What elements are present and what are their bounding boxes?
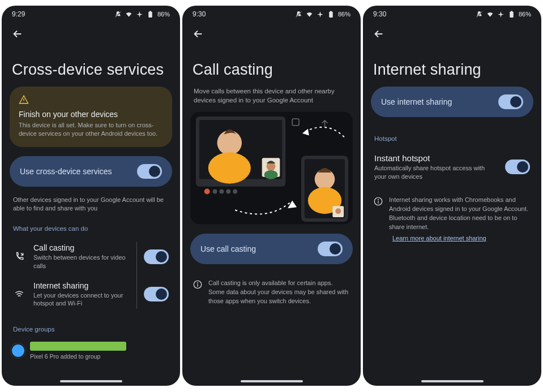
- clock: 9:30: [193, 10, 206, 18]
- back-button[interactable]: [10, 26, 25, 42]
- section-what-can-do: What your devices can do: [10, 214, 172, 236]
- svg-point-12: [208, 152, 251, 183]
- svg-point-19: [226, 189, 230, 194]
- main-toggle-label: Use internet sharing: [381, 97, 452, 106]
- screen-cross-device: 9:29 86% Cross-device services Finish on…: [2, 6, 180, 386]
- toggle-switch[interactable]: [137, 164, 162, 179]
- main-toggle-label: Use call casting: [200, 244, 256, 253]
- svg-point-17: [213, 189, 217, 194]
- back-button[interactable]: [190, 26, 206, 42]
- info-text: Call casting is only available for certa…: [208, 279, 350, 306]
- phone-cast-icon: [13, 252, 25, 262]
- page-title: Internet sharing: [363, 45, 541, 87]
- option-title: Call casting: [33, 243, 131, 252]
- option-instant-hotspot[interactable]: Instant hotspot Automatically share hots…: [371, 148, 533, 187]
- illustration-call-casting: [190, 111, 353, 225]
- home-indicator[interactable]: [421, 380, 484, 382]
- section-device-groups: Device groups: [10, 315, 172, 337]
- svg-rect-7: [330, 11, 332, 12]
- info-text: Internet sharing works with Chromebooks …: [389, 196, 531, 232]
- clock: 9:30: [373, 10, 386, 18]
- info-row: Call casting is only available for certa…: [190, 271, 353, 309]
- wifi-icon: [486, 11, 494, 18]
- info-row: Internet sharing works with Chromebooks …: [371, 188, 533, 246]
- svg-point-15: [264, 170, 278, 179]
- toggle-switch[interactable]: [498, 94, 523, 109]
- toggle-switch[interactable]: [505, 160, 530, 174]
- status-bar: 9:30 86%: [363, 6, 541, 23]
- option-title: Instant hotspot: [374, 153, 488, 163]
- group-status: Pixel 6 Pro added to group: [30, 353, 170, 360]
- wifi-icon: [125, 11, 132, 18]
- airplane-icon: [136, 11, 143, 18]
- option-internet-sharing[interactable]: Internet sharing Let your devices connec…: [10, 275, 172, 313]
- screen-call-casting: 9:30 86% Call casting Move calls between…: [182, 6, 361, 386]
- wifi-icon: [13, 289, 25, 299]
- subhead-text: Move calls between this device and other…: [190, 87, 353, 107]
- page-title: Call casting: [182, 45, 361, 87]
- svg-point-20: [233, 189, 237, 194]
- clock: 9:29: [12, 10, 25, 18]
- warning-card: Finish on your other devices This device…: [10, 87, 172, 147]
- svg-point-16: [204, 189, 210, 195]
- svg-rect-2: [148, 11, 152, 17]
- option-call-casting[interactable]: Call casting Switch between devices for …: [10, 238, 172, 275]
- main-toggle-row[interactable]: Use cross-device services: [10, 156, 172, 187]
- status-icons: 86%: [476, 11, 531, 18]
- home-indicator[interactable]: [60, 380, 122, 382]
- svg-point-39: [378, 199, 379, 200]
- mute-icon: [114, 11, 122, 18]
- toggle-switch[interactable]: [144, 249, 169, 264]
- wifi-icon: [306, 11, 313, 18]
- warning-heading: Finish on your other devices: [19, 110, 163, 119]
- warning-body: This device is all set. Make sure to tur…: [19, 121, 163, 138]
- main-toggle-row[interactable]: Use call casting: [190, 234, 353, 264]
- back-button[interactable]: [371, 26, 387, 42]
- svg-rect-6: [329, 11, 333, 17]
- helper-text: Other devices signed in to your Google A…: [10, 193, 172, 213]
- group-avatar: [12, 344, 24, 357]
- device-group-row[interactable]: Pixel 6 Pro added to group: [10, 338, 172, 363]
- info-icon: [373, 196, 383, 206]
- option-title: Internet sharing: [33, 281, 131, 290]
- status-bar: 9:29 86%: [2, 6, 180, 23]
- mute-icon: [295, 11, 302, 18]
- main-toggle-label: Use cross-device services: [20, 167, 112, 176]
- mute-icon: [476, 11, 483, 18]
- svg-rect-35: [510, 11, 514, 17]
- battery-percent: 86%: [338, 11, 350, 18]
- svg-rect-3: [149, 11, 151, 12]
- option-desc: Automatically share hotspot access with …: [374, 164, 488, 181]
- main-toggle-row[interactable]: Use internet sharing: [371, 87, 533, 117]
- airplane-icon: [497, 11, 504, 18]
- battery-icon: [508, 11, 515, 18]
- status-bar: 9:30 86%: [182, 6, 361, 23]
- battery-percent: 86%: [157, 11, 170, 18]
- screen-internet-sharing: 9:30 86% Internet sharing Use internet s…: [363, 6, 541, 386]
- page-title: Cross-device services: [2, 45, 180, 87]
- svg-point-32: [198, 283, 198, 283]
- svg-point-26: [335, 208, 341, 214]
- svg-point-18: [219, 189, 224, 194]
- toggle-switch[interactable]: [144, 287, 169, 301]
- section-hotspot: Hotspot: [371, 124, 533, 147]
- home-indicator[interactable]: [241, 380, 303, 382]
- group-name-redacted: [30, 342, 126, 351]
- airplane-icon: [317, 11, 324, 18]
- svg-point-11: [217, 131, 242, 156]
- status-icons: 86%: [114, 11, 170, 18]
- status-icons: 86%: [295, 11, 350, 18]
- warning-icon: [19, 98, 29, 106]
- option-desc: Let your devices connect to your hotspot…: [33, 291, 131, 308]
- toggle-switch[interactable]: [318, 242, 343, 256]
- battery-icon: [147, 11, 154, 18]
- info-icon: [193, 279, 203, 290]
- svg-rect-36: [511, 11, 512, 12]
- learn-more-link[interactable]: Learn more about internet sharing: [389, 231, 490, 242]
- battery-icon: [327, 11, 335, 18]
- option-desc: Switch between devices for video calls: [33, 253, 131, 270]
- battery-percent: 86%: [519, 11, 531, 18]
